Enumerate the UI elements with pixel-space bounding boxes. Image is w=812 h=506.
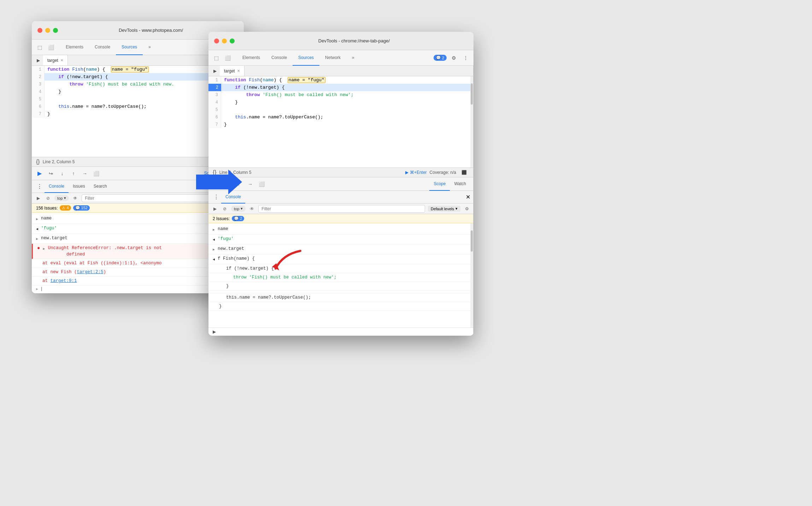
mobile-icon[interactable]: ⬜ xyxy=(46,42,56,52)
line-num-2-6: 6 xyxy=(208,113,221,121)
status-right-2: ▶ ⌘+Enter Coverage: n/a ⬛ xyxy=(405,167,469,177)
play-icon-1[interactable]: ▶ xyxy=(33,55,43,65)
settings-icon-2[interactable]: ⚙ xyxy=(463,205,470,212)
close-button-2[interactable] xyxy=(214,39,219,43)
cursor-caret: | xyxy=(40,287,43,292)
sources-tab-2[interactable]: Sources xyxy=(293,50,319,66)
cursor-icon[interactable]: ⬚ xyxy=(35,42,45,52)
eval-text: at eval (eval at Fish ((index):1:1), <an… xyxy=(42,260,162,266)
network-tab-2[interactable]: Network xyxy=(319,50,346,66)
code-line-2-1: 1 function Fish(name) { name = "fugu" xyxy=(208,76,473,84)
run-arrow-icon-2: ▶ xyxy=(405,170,408,175)
step-out-icon[interactable]: ↑ xyxy=(69,169,78,178)
console-main-tab[interactable]: Console xyxy=(45,180,69,193)
stop-icon-2[interactable]: ⊘ xyxy=(221,205,228,212)
main-toolbar-2: ⬚ ⬜ Elements Console Sources Network » 💬… xyxy=(208,50,473,66)
eye-icon[interactable]: 👁 xyxy=(72,195,79,202)
resume-icon[interactable]: ▶ xyxy=(35,169,45,178)
console-tab-bar-2: ⋮ Console ✕ xyxy=(208,191,473,204)
line-num-3: 3 xyxy=(32,81,45,88)
collapse-icon[interactable]: ◀ xyxy=(36,226,38,233)
default-levels-label: Default levels xyxy=(431,207,454,211)
scope-tab-2[interactable]: Scope xyxy=(429,177,450,191)
message-count: 2 xyxy=(442,56,444,60)
code-content-2-3: throw 'Fish() must be called with new'; xyxy=(221,91,473,99)
context-selector[interactable]: top ▾ xyxy=(54,195,69,201)
target-tab-2[interactable]: target ✕ xyxy=(220,66,245,76)
close-console-btn[interactable]: ✕ xyxy=(466,194,470,200)
expand-icon-3[interactable]: ▶ xyxy=(43,246,45,252)
default-levels-btn-2[interactable]: Default levels ▾ xyxy=(428,206,460,212)
console-row-fish-sub1: if (!new.target) { xyxy=(208,264,473,273)
filter-input-1[interactable] xyxy=(82,194,227,202)
target-link-2[interactable]: target:9:1 xyxy=(51,278,77,283)
console-row-fish-sub4 xyxy=(208,291,473,293)
expand-icon[interactable]: ▶ xyxy=(36,216,38,223)
elements-tab[interactable]: Elements xyxy=(60,40,89,55)
deactivate-icon[interactable]: ⬜ xyxy=(91,169,101,178)
line-num-2-2: 2 xyxy=(208,84,221,91)
target-tab-1[interactable]: target ✕ xyxy=(43,55,68,65)
console-tab-2[interactable]: Console xyxy=(266,50,293,66)
console-output-2: ▶ name ◀ 'fugu' ▶ new.target xyxy=(208,223,473,328)
step-icon-2[interactable]: → xyxy=(245,179,255,189)
close-tab-icon-1[interactable]: ✕ xyxy=(60,58,63,62)
collapse-icon-2[interactable]: ◀ xyxy=(213,237,215,243)
sources-tab[interactable]: Sources xyxy=(116,40,143,55)
clear-console-icon[interactable]: ▶ xyxy=(35,195,42,202)
coverage-label-2: Coverage: n/a xyxy=(430,170,456,175)
expand-placeholder: ▶ xyxy=(36,287,38,291)
elements-tab-2[interactable]: Elements xyxy=(237,50,266,66)
toolbar-right-2: 💬 2 ⚙ ⋮ xyxy=(434,53,471,63)
close-button-1[interactable] xyxy=(37,28,42,33)
scrollbar[interactable] xyxy=(470,76,473,167)
scrollbar-2[interactable] xyxy=(470,223,473,328)
eye-icon-2[interactable]: 👁 xyxy=(248,205,255,212)
position-label-1: Line 2, Column 5 xyxy=(43,159,75,164)
settings-icon[interactable]: ⚙ xyxy=(449,53,459,63)
issues-count: 156 Issues: xyxy=(36,206,58,211)
issues-tab[interactable]: Issues xyxy=(69,180,89,193)
top-label-2: top xyxy=(234,207,239,211)
top-label: top xyxy=(57,196,63,200)
mobile-icon-2[interactable]: ⬜ xyxy=(223,53,233,63)
more-icon[interactable]: ⋮ xyxy=(461,53,471,63)
close-tab-icon-2[interactable]: ✕ xyxy=(237,69,240,73)
more-tabs-2[interactable]: » xyxy=(346,50,360,66)
code-content-2-2: if (!new.target) { xyxy=(221,84,473,91)
minimize-button-2[interactable] xyxy=(222,39,227,43)
filter-icon[interactable]: ⬛ xyxy=(459,167,469,177)
maximize-button-1[interactable] xyxy=(53,28,58,33)
expand-icon-name-2[interactable]: ▶ xyxy=(213,227,215,233)
dots-menu-icon-1[interactable]: ⋮ xyxy=(35,182,45,192)
step-into-icon[interactable]: ↓ xyxy=(57,169,67,178)
traffic-lights-2 xyxy=(214,39,235,43)
minimize-button-1[interactable] xyxy=(45,28,50,33)
line-num-2-1: 1 xyxy=(208,76,221,84)
curly-braces-icon: {} xyxy=(36,159,40,165)
step-over-icon[interactable]: ↪ xyxy=(46,169,56,178)
cursor-icon-2[interactable]: ⬚ xyxy=(211,53,221,63)
maximize-button-2[interactable] xyxy=(230,39,235,43)
console-tab[interactable]: Console xyxy=(89,40,116,55)
expand-icon-fish-2[interactable]: ◀ xyxy=(213,257,215,263)
debug-tabs-2: Scope Watch xyxy=(429,177,470,191)
more-tabs[interactable]: » xyxy=(143,40,157,55)
play-icon-2[interactable]: ▶ xyxy=(210,66,220,76)
source-panel-2: ▶ target ✕ 1 function Fish(name) { name … xyxy=(208,66,473,336)
filter-input-2[interactable] xyxy=(258,205,425,213)
context-selector-2[interactable]: top ▾ xyxy=(231,206,246,212)
console-row-fish-sub5: this.name = name?.toUpperCase(); xyxy=(208,293,473,302)
expand-icon-2[interactable]: ▶ xyxy=(36,236,38,242)
watch-tab-2[interactable]: Watch xyxy=(450,177,470,191)
clear-console-icon-2[interactable]: ▶ xyxy=(211,205,218,212)
issues-bar-2: 2 Issues: 💬 2 xyxy=(208,214,473,223)
stop-icon[interactable]: ⊘ xyxy=(45,195,52,202)
run-button-2[interactable]: ▶ ⌘+Enter xyxy=(405,170,427,175)
step-icon[interactable]: → xyxy=(80,169,90,178)
target-link-1[interactable]: target:2:5 xyxy=(77,270,104,275)
search-tab[interactable]: Search xyxy=(89,180,111,193)
code-editor-2[interactable]: 1 function Fish(name) { name = "fugu" 2 … xyxy=(208,76,473,167)
expand-icon-newtarget-2[interactable]: ▶ xyxy=(213,247,215,253)
deactivate-icon-2[interactable]: ⬜ xyxy=(257,179,266,189)
